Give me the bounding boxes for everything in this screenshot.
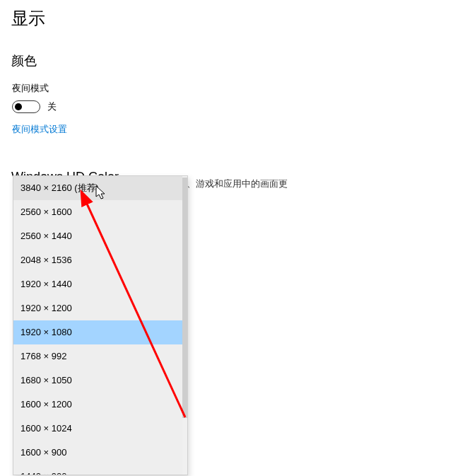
resolution-option[interactable]: 2560 × 1600 [13, 200, 183, 224]
resolution-option[interactable]: 3840 × 2160 (推荐) [13, 176, 183, 200]
resolution-option[interactable]: 1680 × 1050 [13, 368, 183, 393]
night-mode-settings-link[interactable]: 夜间模式设置 [0, 113, 453, 136]
resolution-option[interactable]: 1768 × 992 [13, 344, 183, 368]
night-mode-toggle[interactable] [12, 100, 40, 113]
resolution-option[interactable]: 1600 × 900 [13, 441, 183, 465]
resolution-option[interactable]: 2048 × 1536 [13, 248, 183, 272]
resolution-option[interactable]: 1600 × 1200 [13, 393, 183, 417]
resolution-option[interactable]: 1920 × 1440 [13, 272, 183, 296]
background-text-fragment: 、游戏和应用中的画面更 [187, 178, 288, 190]
resolution-option[interactable]: 1920 × 1200 [13, 296, 183, 320]
toggle-knob [15, 103, 22, 110]
resolution-option[interactable]: 2560 × 1440 [13, 224, 183, 248]
night-mode-label: 夜间模式 [0, 69, 453, 95]
resolution-option[interactable]: 1600 × 1024 [13, 417, 183, 441]
toggle-state-text: 关 [47, 100, 57, 113]
scrollbar-thumb[interactable] [182, 178, 187, 418]
section-color: 颜色 [0, 30, 453, 69]
night-mode-toggle-row: 关 [0, 95, 453, 113]
resolution-dropdown-list[interactable]: 3840 × 2160 (推荐)2560 × 16002560 × 144020… [13, 175, 188, 475]
resolution-option[interactable]: 1920 × 1080 [13, 320, 183, 344]
page-title: 显示 [0, 0, 453, 30]
resolution-option[interactable]: 1440 × 900 [13, 465, 183, 475]
dropdown-scrollbar[interactable] [182, 176, 187, 475]
